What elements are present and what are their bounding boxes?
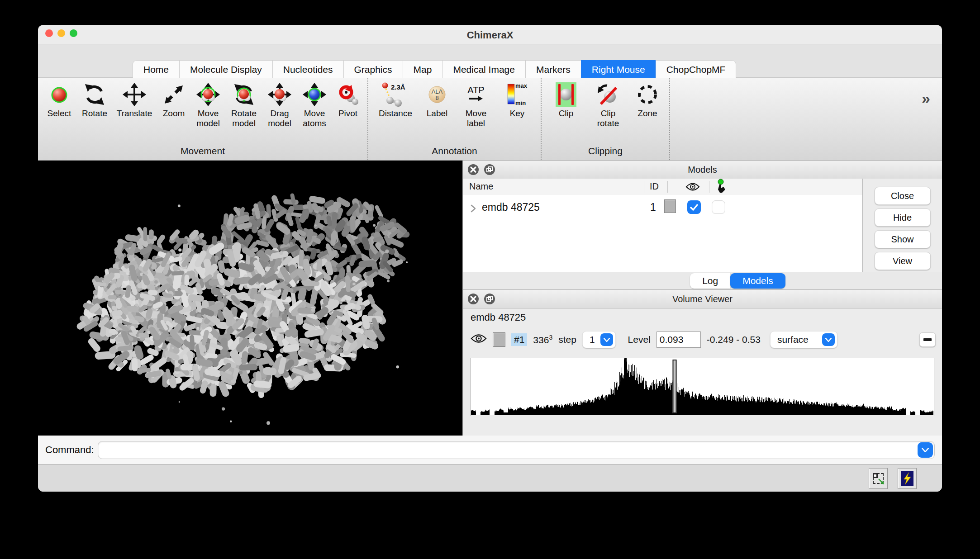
step-dropdown[interactable]: 1 bbox=[582, 331, 616, 348]
threshold-marker-handle[interactable] bbox=[673, 360, 677, 413]
zone-button[interactable]: Zone bbox=[632, 81, 663, 118]
zoom-button[interactable]: Zoom bbox=[160, 81, 188, 118]
rapid-command-button[interactable] bbox=[898, 468, 917, 489]
pivot-button[interactable]: Pivot bbox=[335, 81, 361, 118]
clip-plane-bar bbox=[571, 84, 574, 105]
move-atom-icon bbox=[303, 81, 326, 109]
chevron-down-icon bbox=[600, 333, 613, 346]
status-bar bbox=[38, 464, 942, 492]
pivot-icon bbox=[337, 81, 359, 109]
ribbon-tab-molecule-display[interactable]: Molecule Display bbox=[179, 60, 273, 78]
toolbar-group-movement: Select Rotate Translate bbox=[38, 78, 368, 160]
lightning-icon bbox=[901, 471, 913, 486]
disclosure-triangle-icon[interactable] bbox=[470, 204, 476, 215]
move-model-button[interactable]: Move model bbox=[194, 81, 223, 128]
panel-tab-bar: LogModels bbox=[463, 272, 942, 290]
key-button[interactable]: max min Key bbox=[500, 81, 534, 118]
main-content: Models Name ID bbox=[38, 161, 942, 436]
ribbon-tab-graphics[interactable]: Graphics bbox=[343, 60, 403, 78]
model-id: 1 bbox=[650, 201, 656, 213]
ribbon-tab-right-mouse[interactable]: Right Mouse bbox=[581, 60, 656, 78]
select-button[interactable]: Select bbox=[44, 81, 74, 118]
ribbon-tab-home[interactable]: Home bbox=[133, 60, 180, 78]
volume-controls-row: #1 3363 step 1 Level -0.249 - 0.53 bbox=[471, 329, 936, 351]
clip-rotate-button[interactable]: Clip rotate bbox=[590, 81, 626, 128]
ribbon-toolbar: Select Rotate Translate bbox=[38, 78, 942, 161]
clip-rotate-icon bbox=[596, 81, 620, 109]
model-color-swatch[interactable] bbox=[664, 199, 676, 213]
label-button[interactable]: ALA 8 Label bbox=[422, 81, 452, 118]
volume-viewer-title: Volume Viewer bbox=[463, 294, 942, 304]
command-field bbox=[98, 441, 935, 459]
models-table-body: emdb 48725 1 bbox=[463, 195, 863, 272]
panel-tab-log[interactable]: Log bbox=[690, 273, 730, 289]
snapshot-button[interactable] bbox=[869, 468, 888, 489]
ribbon-tab-medical-image[interactable]: Medical Image bbox=[442, 60, 526, 78]
toolbar-spacer bbox=[670, 78, 922, 160]
clip-icon bbox=[556, 81, 576, 109]
ribbon-tab-chopchopmf[interactable]: ChopChopMF bbox=[656, 60, 737, 78]
ribbon-tab-markers[interactable]: Markers bbox=[525, 60, 581, 78]
snapshot-icon bbox=[873, 473, 884, 484]
svg-text:ALA: ALA bbox=[432, 88, 443, 95]
rotate-button[interactable]: Rotate bbox=[80, 81, 109, 118]
volume-model-id: #1 bbox=[511, 333, 527, 346]
toolbar-group-label-annotation: Annotation bbox=[375, 144, 534, 159]
model-selected-checkbox[interactable] bbox=[712, 200, 725, 214]
density-histogram[interactable] bbox=[471, 358, 934, 416]
panel-tab-models[interactable]: Models bbox=[730, 273, 785, 289]
window-title: ChimeraX bbox=[38, 25, 942, 44]
view-model-button[interactable]: View bbox=[875, 252, 931, 270]
clip-button[interactable]: Clip bbox=[548, 81, 584, 118]
diagonal-arrows-icon bbox=[162, 81, 185, 109]
move-atoms-button[interactable]: Move atoms bbox=[300, 81, 329, 128]
toolbar-group-annotation: 2.3Å Distance ALA 8 L bbox=[368, 78, 542, 160]
right-pane: Models Name ID bbox=[462, 161, 942, 436]
column-header-id[interactable]: ID bbox=[650, 181, 659, 192]
shown-column-eye-icon[interactable] bbox=[685, 182, 700, 194]
title-bar[interactable]: ChimeraX bbox=[38, 25, 942, 44]
float-panel-icon[interactable] bbox=[484, 164, 495, 175]
ribbon-tab-map[interactable]: Map bbox=[403, 60, 443, 78]
graphics-viewport[interactable] bbox=[38, 161, 462, 436]
toolbar-overflow-chevron[interactable]: » bbox=[922, 78, 942, 160]
models-table-header: Name ID bbox=[463, 179, 863, 195]
command-bar: Command: bbox=[38, 436, 942, 464]
close-panel-icon[interactable] bbox=[467, 164, 479, 175]
close-panel-icon[interactable] bbox=[467, 293, 479, 305]
models-panel: Models Name ID bbox=[463, 161, 942, 272]
volume-grid-size: 3363 bbox=[533, 334, 552, 346]
level-input[interactable] bbox=[657, 332, 701, 348]
models-panel-buttons: CloseHideShowView bbox=[862, 179, 942, 272]
command-input[interactable] bbox=[98, 441, 935, 459]
move-label-button[interactable]: ATP Move label bbox=[458, 81, 494, 128]
volume-model-name: emdb 48725 bbox=[471, 312, 526, 323]
rotate-model-button[interactable]: Rotate model bbox=[228, 81, 259, 128]
svg-text:8: 8 bbox=[435, 95, 438, 101]
chimerax-window: ChimeraX HomeMolecule DisplayNucleotides… bbox=[38, 25, 942, 492]
hide-model-button[interactable]: Hide bbox=[875, 208, 931, 227]
volume-eye-icon[interactable] bbox=[471, 333, 487, 346]
model-shown-checkbox[interactable] bbox=[687, 200, 701, 214]
select-column-hand-icon[interactable] bbox=[715, 179, 726, 196]
svg-text:max: max bbox=[515, 82, 528, 89]
collapse-panel-button[interactable] bbox=[919, 332, 936, 347]
translate-button[interactable]: Translate bbox=[115, 81, 154, 118]
distance-button[interactable]: 2.3Å Distance bbox=[375, 81, 416, 118]
show-model-button[interactable]: Show bbox=[875, 230, 931, 248]
float-panel-icon[interactable] bbox=[484, 293, 495, 305]
column-header-name[interactable]: Name bbox=[469, 181, 493, 192]
ribbon-tab-nucleotides[interactable]: Nucleotides bbox=[272, 60, 344, 78]
zone-circle-icon bbox=[635, 81, 660, 109]
close-model-button[interactable]: Close bbox=[875, 187, 931, 205]
residue-label-icon: ALA 8 bbox=[427, 81, 447, 109]
four-way-arrows-icon bbox=[123, 81, 146, 109]
volume-color-swatch[interactable] bbox=[493, 332, 505, 347]
display-style-dropdown[interactable]: surface bbox=[770, 331, 837, 348]
model-row[interactable]: emdb 48725 1 bbox=[463, 199, 863, 218]
drag-model-button[interactable]: Drag model bbox=[265, 81, 294, 128]
step-value: 1 bbox=[590, 334, 595, 345]
minus-icon bbox=[923, 338, 932, 341]
command-history-chevron-icon[interactable] bbox=[918, 442, 933, 458]
svg-text:ATP: ATP bbox=[467, 85, 484, 95]
